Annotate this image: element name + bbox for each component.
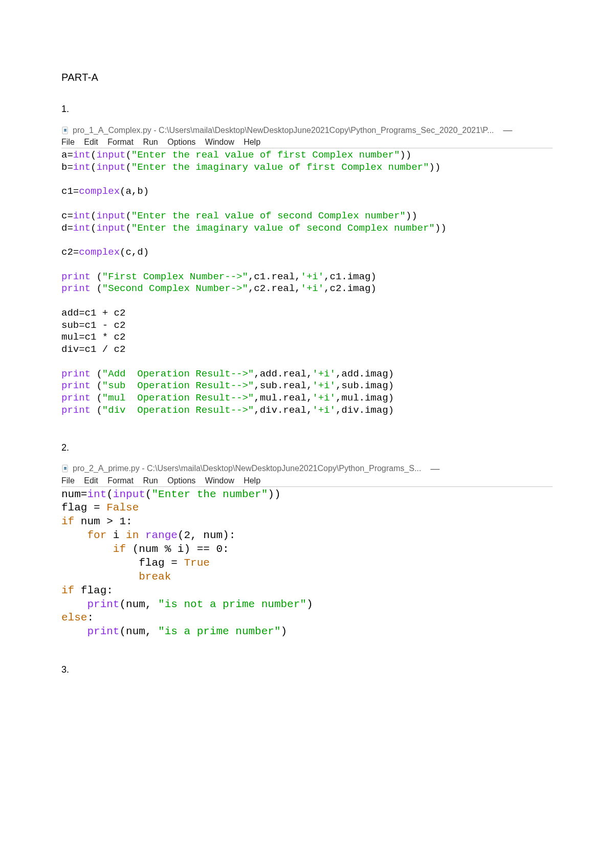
code-block-1: a=int(input("Enter the real value of fir… [61, 149, 553, 417]
menu-window[interactable]: Window [205, 476, 234, 485]
menu-help[interactable]: Help [244, 138, 260, 146]
menu-edit[interactable]: Edit [84, 476, 98, 485]
menu-run[interactable]: Run [143, 138, 158, 146]
item-number: 2. [61, 442, 553, 453]
item-number: 1. [61, 104, 553, 115]
menu-run[interactable]: Run [143, 476, 158, 485]
python-file-icon [61, 464, 70, 473]
minimize-icon: — [503, 125, 512, 136]
menu-format[interactable]: Format [107, 138, 134, 146]
menu-file[interactable]: File [61, 476, 75, 485]
menu-edit[interactable]: Edit [84, 138, 98, 146]
ide-titlebar: pro_2_A_prime.py - C:\Users\maila\Deskto… [61, 463, 553, 474]
menu-options[interactable]: Options [167, 476, 195, 485]
code-block-2: num=int(input("Enter the number")) flag … [61, 488, 553, 639]
menu-file[interactable]: File [61, 138, 75, 146]
ide-menubar: File Edit Format Run Options Window Help [61, 138, 553, 148]
menu-format[interactable]: Format [107, 476, 134, 485]
menu-options[interactable]: Options [167, 138, 195, 146]
document-page: PART-A 1. pro_1_A_Complex.py - C:\Users\… [0, 0, 614, 839]
ide-window-title: pro_2_A_prime.py - C:\Users\maila\Deskto… [73, 464, 421, 473]
menu-window[interactable]: Window [205, 138, 234, 146]
ide-menubar: File Edit Format Run Options Window Help [61, 476, 553, 487]
section-heading: PART-A [61, 72, 553, 83]
menu-help[interactable]: Help [244, 476, 260, 485]
python-file-icon [61, 126, 70, 135]
ide-titlebar: pro_1_A_Complex.py - C:\Users\maila\Desk… [61, 125, 553, 136]
item-number: 3. [61, 664, 553, 675]
minimize-icon: — [430, 463, 440, 474]
ide-window-title: pro_1_A_Complex.py - C:\Users\maila\Desk… [73, 126, 494, 135]
